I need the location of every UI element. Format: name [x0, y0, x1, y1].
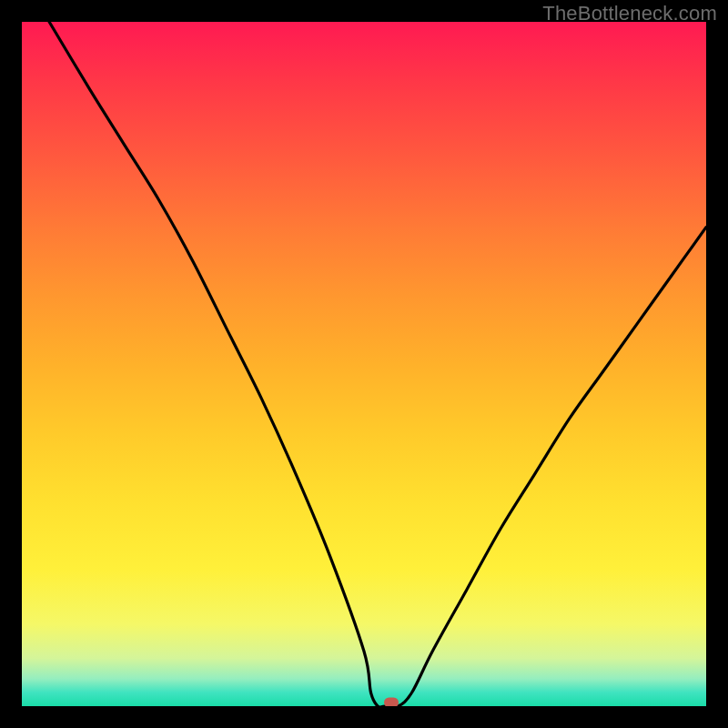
bottleneck-curve: [22, 22, 706, 706]
optimal-point-marker: [384, 698, 399, 707]
watermark-text: TheBottleneck.com: [542, 2, 717, 25]
chart-frame: TheBottleneck.com: [0, 0, 728, 728]
plot-area: [22, 22, 706, 706]
